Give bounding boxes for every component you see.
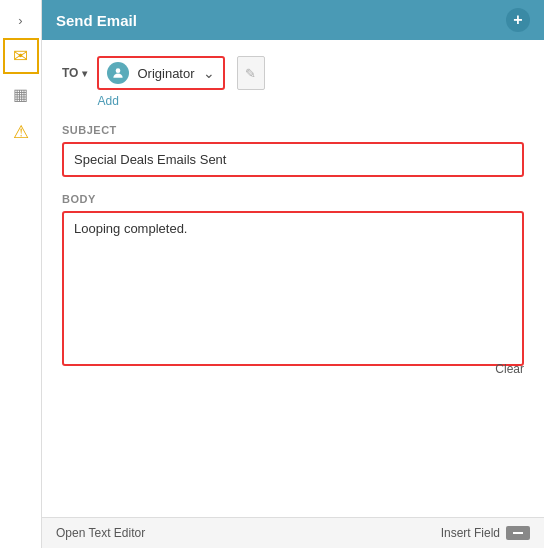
subject-label: SUBJECT (62, 124, 524, 136)
warning-icon: ⚠ (13, 121, 29, 143)
sidebar-item-warning[interactable]: ⚠ (3, 114, 39, 150)
to-value: Originator (137, 66, 194, 81)
sidebar-collapse-button[interactable]: › (7, 6, 35, 34)
insert-field-label: Insert Field (441, 526, 500, 540)
to-label: TO ▾ (62, 56, 87, 80)
main-panel: Send Email + TO ▾ (42, 0, 544, 548)
subject-section: SUBJECT (62, 124, 524, 177)
insert-field-icon[interactable] (506, 526, 530, 540)
open-text-editor-button[interactable]: Open Text Editor (56, 526, 145, 540)
to-edit-button[interactable]: ✎ (237, 56, 265, 90)
sidebar-item-email[interactable]: ✉ (3, 38, 39, 74)
sidebar-item-table[interactable]: ▦ (3, 76, 39, 112)
person-icon (111, 66, 125, 80)
to-field[interactable]: Originator ⌄ (97, 56, 224, 90)
panel-header: Send Email + (42, 0, 544, 40)
to-chevron-icon[interactable]: ▾ (82, 68, 87, 79)
body-section: BODY Looping completed. Clear (62, 193, 524, 376)
edit-icon: ✎ (245, 66, 256, 81)
add-link[interactable]: Add (97, 94, 524, 108)
avatar (107, 62, 129, 84)
clear-button[interactable]: Clear (495, 362, 524, 376)
subject-input[interactable] (62, 142, 524, 177)
to-row: TO ▾ Originator ⌄ (62, 56, 524, 108)
add-button[interactable]: + (506, 8, 530, 32)
insert-field-wrapper: Insert Field (441, 526, 530, 540)
panel-title: Send Email (56, 12, 137, 29)
email-icon: ✉ (13, 45, 28, 67)
form-area: TO ▾ Originator ⌄ (42, 40, 544, 517)
sidebar: › ✉ ▦ ⚠ (0, 0, 42, 548)
to-field-wrapper: Originator ⌄ ✎ Add (97, 56, 524, 108)
plus-icon: + (513, 11, 522, 29)
body-footer: Clear (62, 362, 524, 376)
body-textarea[interactable]: Looping completed. (62, 211, 524, 366)
bottom-bar: Open Text Editor Insert Field (42, 517, 544, 548)
table-icon: ▦ (13, 85, 28, 104)
body-label: BODY (62, 193, 524, 205)
chevron-right-icon: › (18, 13, 22, 28)
svg-point-0 (116, 68, 121, 73)
to-dropdown-icon: ⌄ (203, 65, 215, 81)
